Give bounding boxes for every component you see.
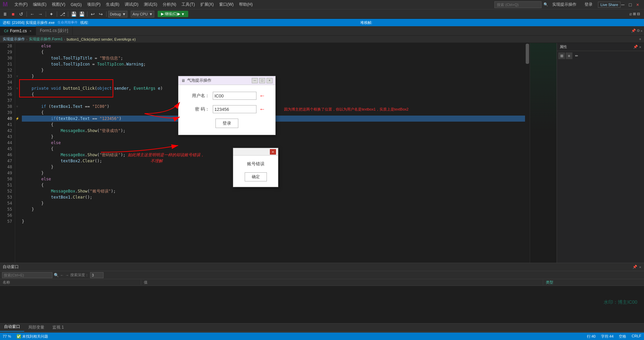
live-share-button[interactable]: Live Share [598,2,620,8]
toolbar-restart-btn[interactable]: ↺ [17,10,25,18]
menu-project[interactable]: 项目(P) [84,1,103,8]
auto-nav-back[interactable]: ← [60,273,64,277]
bottom-tabs: 自动窗口 局部变量 监视 1 [0,323,644,332]
toolbar: ⏸ ■ ↺ ← → ✦ ⎇ 💾 💾 ↩ ↪ Debug▼ Any CPU▼ ▶继… [0,9,644,19]
search-depth-input[interactable]: 3 [90,272,104,278]
tab-local-vars[interactable]: 局部变量 [24,323,48,332]
bc-class[interactable]: 实现提示操作.Form1 [29,37,63,42]
global-search[interactable] [494,1,541,8]
dialog-minimize-btn[interactable]: ─ [252,78,258,83]
menu-git[interactable]: Git(G) [68,2,84,8]
prop-icon-2[interactable]: ≡ [566,52,572,59]
settings-icon[interactable]: ⚙ [637,29,640,33]
properties-close-icon[interactable]: × [639,45,641,49]
error-message: 账号错误 [237,161,274,167]
bc-method[interactable]: button1_Click(object sender, EventArgs e… [67,37,135,41]
toolbar-save-btn[interactable]: 💾 [70,10,77,18]
error-body: 账号错误 确定 [233,156,278,187]
password-input[interactable] [213,105,256,113]
lifecycle-label: 生命周期事件 [57,20,78,25]
char-col: 字符:44 [601,334,613,339]
menu-debug[interactable]: 调试(D) [122,1,141,8]
password-arrow: ← [259,106,265,113]
status-bar: 77 % ✅ 未找到相关问题 行:40 字符:44 空格 CRLF [0,333,644,340]
dialog-maximize-btn[interactable]: □ [259,78,265,83]
tab-form1-cs[interactable]: C# Form1.cs × [0,26,36,36]
menu-build[interactable]: 生成(B) [103,1,122,8]
prop-icon-1[interactable]: ⊞ [558,52,565,59]
menu-edit[interactable]: 编辑(E) [30,1,49,8]
menu-view[interactable]: 视图(V) [49,1,68,8]
error-confirm-btn[interactable]: 确定 [245,172,267,181]
process-label: 进程: [21656] 实现提示操作.exe [3,20,55,25]
breadcrumb: 实现提示操作 › 实现提示操作.Form1 › button1_Click(ob… [0,36,644,43]
app-title: 实现提示操作 [552,2,576,7]
code-line-28: else [22,43,527,49]
editor-main: 28 29 30 31 32 33 34 35 36 37 38 39 40 4… [0,43,644,263]
add-member-icon[interactable]: + [639,37,641,42]
tab-watch1[interactable]: 监视 1 [48,323,68,332]
cpu-dropdown[interactable]: Any CPU▼ [131,11,154,17]
close-button[interactable]: × [635,2,640,7]
prop-icon-3[interactable]: ✏ [573,52,580,59]
login-button[interactable]: 登录 [215,119,238,128]
minimize-button[interactable]: ─ [620,2,625,7]
auto-pin-icon[interactable]: 📌 [633,265,637,269]
col-value-header: 值 [141,280,543,285]
error-dialog[interactable]: × 账号错误 确定 [233,148,278,187]
properties-panel: 属性 📌 × ⊞ ≡ ✏ [557,43,644,263]
code-line-32: } [22,67,527,73]
auto-search-input[interactable] [2,272,52,278]
line-col: 行:40 [587,334,596,339]
menu-test[interactable]: 测试(S) [141,1,160,8]
username-input[interactable] [213,92,256,100]
error-close-btn[interactable]: × [270,149,276,155]
spaces-label: 空格 [619,334,626,339]
toolbar-save-all-btn[interactable]: 💾 [78,10,85,18]
password-field: 密 码： ← [189,105,265,113]
code-line-30: tool.ToolTipTitle = "警告信息"; [22,55,527,61]
tab-close-all-icon[interactable]: × [641,29,643,33]
app-logo: M [1,1,9,8]
pin-icon[interactable]: 📌 [631,29,636,33]
vertical-scrollbar[interactable] [525,43,530,263]
dialog-titlebar: 🖥 气泡提示操作 ─ □ × [178,76,275,85]
auto-window-content: 水印：博主IC00 [0,286,644,323]
menu-analyze[interactable]: 分析(N) [160,1,179,8]
bc-namespace[interactable]: 实现提示操作 [3,37,25,42]
dialog-close-btn[interactable]: × [267,78,273,83]
login-button[interactable]: 登录 [582,1,595,8]
tab-form1-design[interactable]: Form1.cs [设计] [36,26,73,36]
code-line-56 [22,212,527,218]
dialog-title-text: 气泡提示操作 [187,78,252,83]
zoom-level[interactable]: 77 % [3,334,11,338]
debug-mode-dropdown[interactable]: Debug▼ [108,11,127,17]
auto-close-icon[interactable]: × [639,265,641,269]
menu-help[interactable]: 帮助(H) [236,1,255,8]
menu-extensions[interactable]: 扩展(X) [198,1,216,8]
toolbar-cursor-btn[interactable]: ✦ [48,10,55,18]
balloon-dialog[interactable]: 🖥 气泡提示操作 ─ □ × 用户名： ← 密 码： [178,76,276,135]
toolbar-redo-btn[interactable]: ↪ [97,10,105,18]
maximize-button[interactable]: □ [628,2,633,7]
auto-nav-forward[interactable]: → [65,273,69,277]
tab-close-icon[interactable]: × [30,29,32,33]
toolbar-pause-btn[interactable]: ⏸ [1,10,9,18]
menu-tools[interactable]: 工具(T) [179,1,197,8]
toolbar-back-btn[interactable]: ← [29,10,36,18]
toolbar-icon-1: ⎚ [630,12,632,16]
auto-search-icon[interactable]: 🔍 [54,273,59,278]
menu-bar: M 文件(F) 编辑(E) 视图(V) Git(G) 项目(P) 生成(B) 调… [0,0,644,9]
menu-file[interactable]: 文件(F) [12,1,30,8]
toolbar-undo-btn[interactable]: ↩ [89,10,96,18]
code-line-53: textBox1.Clear(); [22,194,527,200]
toolbar-forward-btn[interactable]: → [37,10,44,18]
properties-pin-icon[interactable]: 📌 [633,45,638,49]
code-line-29: { [22,49,527,55]
continue-button[interactable]: ▶继续(C)▶▼ [158,11,188,17]
menu-window[interactable]: 窗口(W) [216,1,236,8]
toolbar-git-btn[interactable]: ⎇ [59,10,66,18]
crlf-label: CRLF [632,334,641,339]
tab-auto-window[interactable]: 自动窗口 [0,323,24,332]
toolbar-stop-btn[interactable]: ■ [9,10,17,18]
